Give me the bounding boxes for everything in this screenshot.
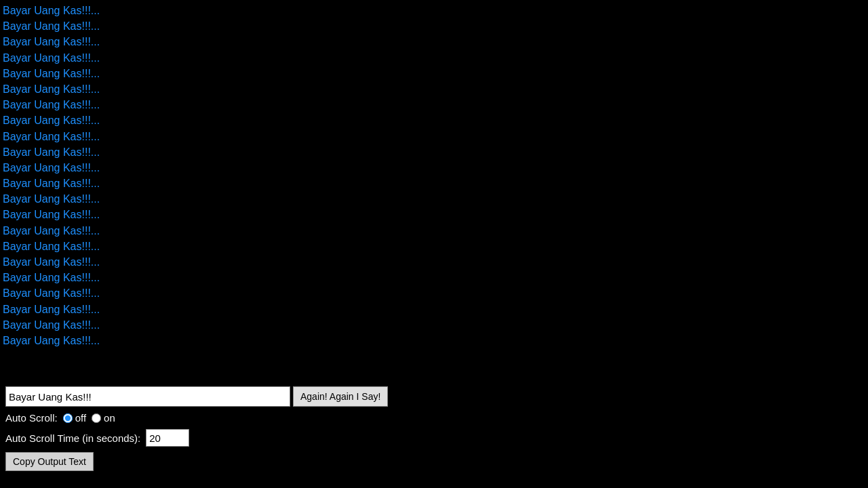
- output-line: Bayar Uang Kas!!!...: [3, 113, 865, 128]
- output-line: Bayar Uang Kas!!!...: [3, 18, 865, 34]
- output-line: Bayar Uang Kas!!!...: [3, 160, 865, 176]
- output-line: Bayar Uang Kas!!!...: [3, 239, 865, 254]
- input-row: Again! Again I Say!: [5, 386, 863, 407]
- output-line: Bayar Uang Kas!!!...: [3, 254, 865, 270]
- output-line: Bayar Uang Kas!!!...: [3, 50, 865, 66]
- again-button[interactable]: Again! Again I Say!: [293, 386, 388, 407]
- output-line: Bayar Uang Kas!!!...: [3, 207, 865, 222]
- output-line: Bayar Uang Kas!!!...: [3, 223, 865, 239]
- radio-on[interactable]: [92, 413, 101, 423]
- on-label-text: on: [104, 412, 115, 424]
- output-line: Bayar Uang Kas!!!...: [3, 333, 865, 348]
- output-line: Bayar Uang Kas!!!...: [3, 270, 865, 285]
- output-line: Bayar Uang Kas!!!...: [3, 129, 865, 144]
- output-line: Bayar Uang Kas!!!...: [3, 285, 865, 301]
- auto-scroll-time-row: Auto Scroll Time (in seconds):: [5, 429, 863, 447]
- output-line: Bayar Uang Kas!!!...: [3, 97, 865, 113]
- output-line: Bayar Uang Kas!!!...: [3, 176, 865, 191]
- off-label-text: off: [75, 412, 86, 424]
- scroll-time-input[interactable]: [146, 429, 189, 447]
- radio-off[interactable]: [63, 413, 73, 423]
- output-line: Bayar Uang Kas!!!...: [3, 34, 865, 49]
- text-input[interactable]: [5, 386, 290, 407]
- auto-scroll-row: Auto Scroll: off on: [5, 412, 863, 424]
- output-line: Bayar Uang Kas!!!...: [3, 3, 865, 18]
- auto-scroll-time-label: Auto Scroll Time (in seconds):: [5, 432, 140, 444]
- controls-panel: Again! Again I Say! Auto Scroll: off on …: [0, 380, 868, 488]
- output-line: Bayar Uang Kas!!!...: [3, 317, 865, 333]
- auto-scroll-label: Auto Scroll:: [5, 412, 58, 424]
- output-line: Bayar Uang Kas!!!...: [3, 66, 865, 81]
- copy-output-text-button[interactable]: Copy Output Text: [5, 452, 94, 471]
- copy-button-row: Copy Output Text: [5, 452, 863, 471]
- output-line: Bayar Uang Kas!!!...: [3, 302, 865, 317]
- output-area: Bayar Uang Kas!!!...Bayar Uang Kas!!!...…: [0, 0, 868, 380]
- output-line: Bayar Uang Kas!!!...: [3, 191, 865, 207]
- output-line: Bayar Uang Kas!!!...: [3, 144, 865, 160]
- radio-off-label[interactable]: off: [63, 412, 86, 424]
- output-line: Bayar Uang Kas!!!...: [3, 81, 865, 97]
- radio-on-label[interactable]: on: [92, 412, 115, 424]
